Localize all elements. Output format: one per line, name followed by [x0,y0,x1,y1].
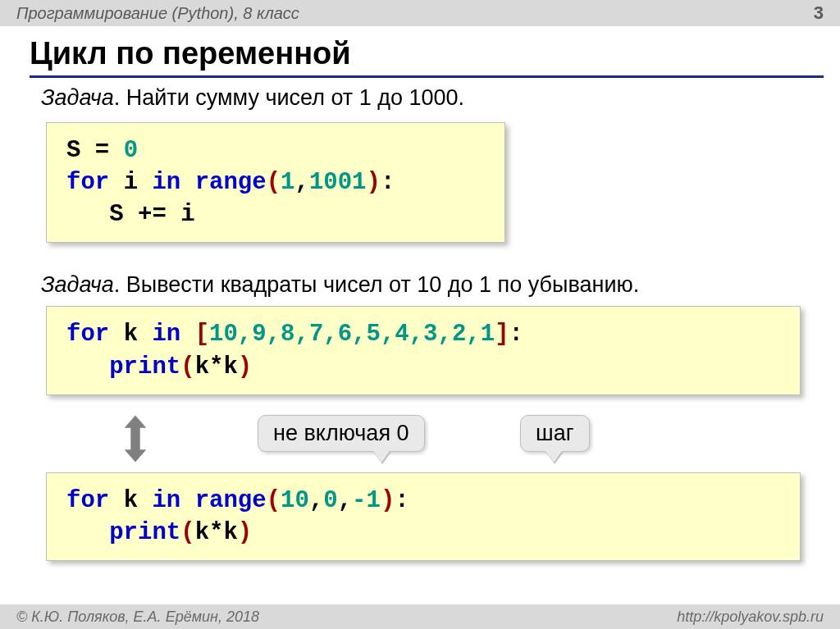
header-bar: Программирование (Python), 8 класс 3 [0,0,840,26]
callout-2-text: шаг [536,421,574,445]
code3-print: print [109,519,180,546]
code1-in: in [152,169,194,196]
code3-zero: 0 [323,487,337,514]
task-2-text: . Вывести квадраты чисел от 10 до 1 по у… [114,272,640,297]
code1-one: 1 [281,169,294,196]
code1-zero: 0 [124,137,138,164]
title-underline [30,75,824,78]
svg-marker-0 [125,415,147,462]
code-block-3: for k in range(10,0,-1): print(k*k) [46,472,801,561]
code1-comma: , [294,169,308,196]
callout-row: не включая 0 шаг [46,410,817,467]
up-down-arrow-icon [120,415,151,463]
code1-eq: = [95,137,124,164]
code3-range: range [195,487,267,514]
task-1: Задача. Найти сумму чисел от 1 до 1000. [41,85,817,111]
code1-1001: 1001 [309,169,367,196]
task-1-text: . Найти сумму чисел от 1 до 1000. [114,85,464,110]
code2-close: ] [495,321,509,348]
code2-indent [66,353,109,381]
code2-list: 10,9,8,7,6,5,4,3,2,1 [209,321,495,348]
code-block-1: S = 0 for i in range(1,1001): S += i [46,122,505,243]
code1-i2: i [180,201,194,228]
footer-url: http://kpolyakov.spb.ru [677,608,824,626]
code1-s2: S [109,201,138,228]
code2-open2: ( [180,353,194,381]
code2-close2: ) [238,353,252,381]
code1-s: S [66,137,95,164]
task-2: Задача. Вывести квадраты чисел от 10 до … [41,272,817,298]
course-label: Программирование (Python), 8 класс [16,4,299,23]
code3-close2: ) [238,519,252,546]
slide-body: Задача. Найти сумму чисел от 1 до 1000. … [30,80,817,576]
code1-close: ) [367,169,381,196]
callout-1-text: не включая 0 [273,421,409,445]
code3-open2: ( [180,519,194,546]
task-2-label: Задача [41,272,114,297]
code2-open: [ [195,321,209,348]
footer-bar: © К.Ю. Поляков, Е.А. Ерёмин, 2018 http:/… [0,604,840,629]
code1-for: for [66,169,124,196]
code2-k: k [124,321,153,348]
code3-k: k [124,487,153,514]
code3-close: ) [381,487,395,514]
code-block-2: for k in [10,9,8,7,6,5,4,3,2,1]: print(k… [46,306,801,394]
code2-for: for [66,321,124,348]
page-number: 3 [814,2,824,24]
code3-open: ( [267,487,281,514]
callout-not-including-zero: не включая 0 [258,415,425,452]
code3-c1: , [309,487,323,514]
code3-colon: : [395,487,409,514]
code3-in: in [152,487,194,514]
code2-print: print [109,353,180,381]
code1-pluseq: += [138,201,180,228]
code1-open: ( [267,169,281,196]
page-title: Цикл по переменной [30,36,351,71]
code1-range: range [195,169,267,196]
code2-colon: : [509,321,523,348]
task-1-label: Задача [41,85,114,110]
copyright-text: © К.Ю. Поляков, Е.А. Ерёмин, 2018 [16,608,259,626]
callout-step: шаг [520,415,590,452]
code3-expr: k*k [195,519,238,546]
code3-neg1: -1 [352,487,381,514]
code3-ten: 10 [281,487,309,514]
code3-c2: , [338,487,352,514]
code1-indent [66,201,109,228]
slide: Программирование (Python), 8 класс 3 Цик… [0,0,840,629]
code3-indent [66,519,109,546]
code1-i: i [124,169,153,196]
code2-expr: k*k [195,353,238,381]
code2-in: in [152,321,194,348]
code3-for: for [66,487,124,514]
code1-colon: : [381,169,395,196]
